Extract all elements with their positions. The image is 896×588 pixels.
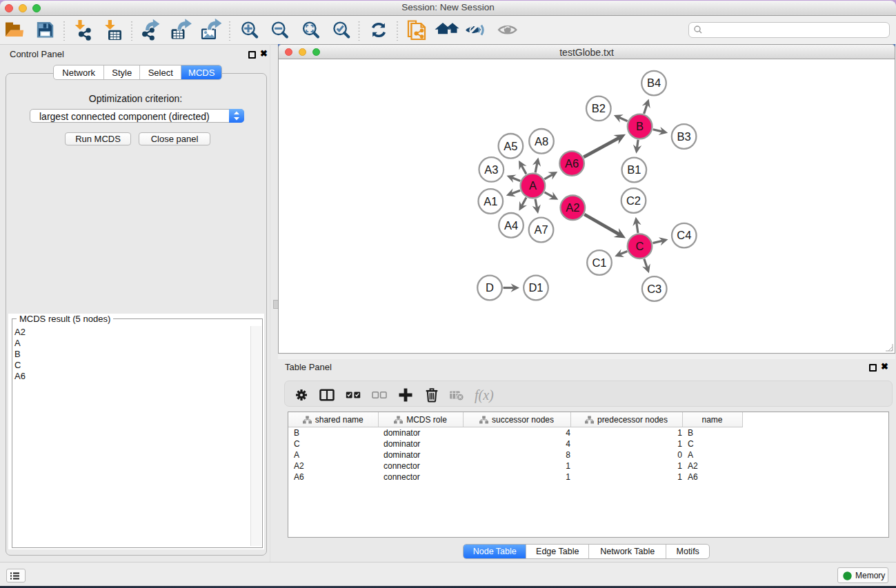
svg-text:B: B <box>636 120 644 132</box>
svg-text:f(x): f(x) <box>475 387 494 403</box>
svg-text:B4: B4 <box>647 77 661 89</box>
svg-text:C3: C3 <box>647 283 661 295</box>
svg-text:C1: C1 <box>592 256 606 269</box>
svg-text:A3: A3 <box>484 163 498 176</box>
svg-text:C2: C2 <box>626 194 641 207</box>
svg-text:B1: B1 <box>627 163 641 176</box>
svg-text:C4: C4 <box>677 229 691 241</box>
svg-text:A8: A8 <box>535 135 548 148</box>
svg-text:D1: D1 <box>528 281 543 294</box>
svg-text:A2: A2 <box>566 201 579 214</box>
svg-text:A1: A1 <box>484 195 497 207</box>
svg-text:A7: A7 <box>534 223 548 236</box>
svg-text:A5: A5 <box>504 140 517 152</box>
svg-text:A4: A4 <box>504 219 518 232</box>
svg-text:B3: B3 <box>677 130 691 143</box>
svg-text:A6: A6 <box>565 157 579 170</box>
svg-text:A: A <box>529 179 537 192</box>
svg-text:B2: B2 <box>592 102 606 114</box>
svg-text:C: C <box>636 240 644 252</box>
svg-text:D: D <box>486 281 494 294</box>
